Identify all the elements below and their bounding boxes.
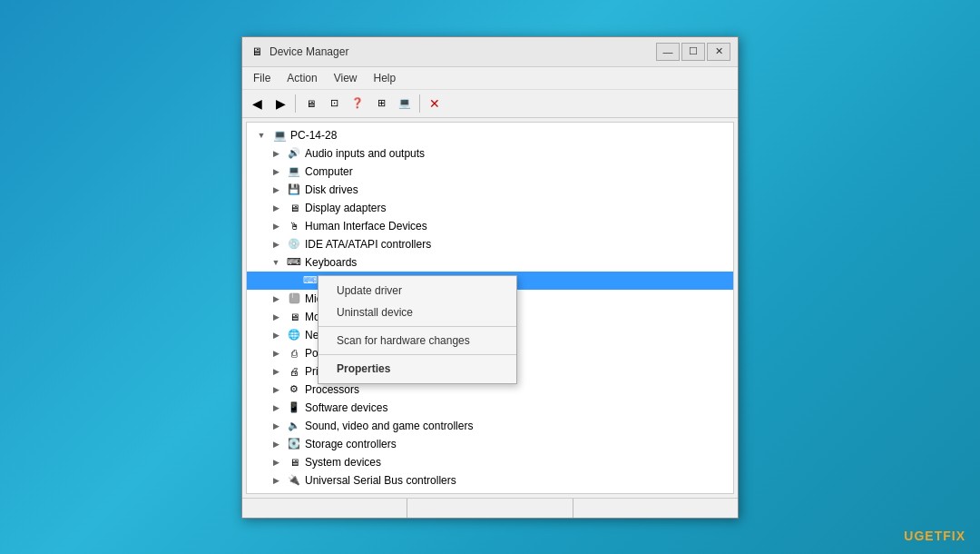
ide-expand: ▶ (269, 237, 283, 252)
tree-item-display[interactable]: ▶ 🖥 Display adapters (247, 199, 733, 217)
help-button[interactable]: ❓ (347, 93, 368, 114)
status-segment-1 (242, 499, 407, 518)
audio-expand: ▶ (269, 146, 283, 161)
minimize-button[interactable]: — (656, 43, 680, 61)
ctx-uninstall-device[interactable]: Uninstall device (318, 302, 516, 323)
monitors-expand: ▶ (269, 310, 283, 324)
usb-expand: ▶ (269, 473, 283, 488)
hid-keyboard-expand (285, 273, 299, 288)
back-button[interactable]: ◀ (246, 93, 268, 114)
tree-item-storage[interactable]: ▶ 💽 Storage controllers (247, 435, 733, 453)
tree-root[interactable]: ▼ 💻 PC-14-28 (247, 126, 733, 144)
audio-icon: 🔊 (287, 146, 301, 161)
processors-icon: ⚙ (287, 382, 301, 397)
tree-item-audio[interactable]: ▶ 🔊 Audio inputs and outputs (247, 144, 733, 163)
disk-expand: ▶ (269, 183, 283, 197)
svg-rect-1 (292, 293, 293, 298)
system-icon: 🖥 (287, 455, 301, 470)
ide-label: IDE ATA/ATAPI controllers (305, 238, 431, 251)
disk-icon: 💾 (287, 183, 301, 197)
storage-label: Storage controllers (305, 438, 397, 450)
properties-button[interactable]: 🖥 (299, 93, 321, 114)
tree-item-hid[interactable]: ▶ 🖱 Human Interface Devices (247, 217, 733, 235)
processors-label: Processors (305, 383, 359, 396)
svg-rect-0 (289, 293, 299, 303)
hid-keyboard-icon: ⌨ (303, 273, 318, 288)
storage-expand: ▶ (269, 437, 283, 451)
tree-item-ide[interactable]: ▶ 💿 IDE ATA/ATAPI controllers (247, 235, 733, 253)
menu-help[interactable]: Help (367, 69, 404, 87)
status-segment-2 (407, 499, 573, 518)
tree-item-keyboards[interactable]: ▼ ⌨ Keyboards (247, 253, 733, 272)
root-icon: 💻 (272, 128, 287, 143)
ctx-update-driver[interactable]: Update driver (318, 280, 516, 302)
watermark-accent: ET (925, 529, 943, 543)
toolbar-separator-1 (295, 94, 296, 113)
network-icon: 🌐 (287, 328, 301, 342)
ports-icon: ⎙ (287, 346, 301, 361)
scan-button[interactable]: ⊡ (323, 93, 345, 114)
computer-icon: 💻 (287, 164, 301, 179)
keyboards-icon: ⌨ (287, 255, 301, 270)
monitors-icon: 🖥 (287, 310, 301, 324)
ctx-separator-1 (318, 326, 516, 327)
menu-action[interactable]: Action (279, 69, 324, 87)
root-expand-icon: ▼ (254, 128, 269, 143)
tree-item-software[interactable]: ▶ 📱 Software devices (247, 399, 733, 417)
forward-button[interactable]: ▶ (270, 93, 291, 114)
ide-icon: 💿 (287, 237, 301, 252)
maximize-button[interactable]: ☐ (681, 43, 705, 61)
toolbar: ◀ ▶ 🖥 ⊡ ❓ ⊞ 💻 ✕ (242, 90, 738, 118)
status-segment-3 (573, 499, 738, 518)
window-icon: 🖥 (250, 45, 264, 59)
add-driver-button[interactable]: ⊞ (370, 93, 392, 114)
toolbar-separator-2 (419, 94, 420, 113)
tree-item-computer[interactable]: ▶ 💻 Computer (247, 163, 733, 181)
hid-expand: ▶ (269, 219, 283, 233)
display-label: Display adapters (305, 202, 386, 214)
monitor-button[interactable]: 💻 (394, 93, 416, 114)
mice-expand: ▶ (269, 292, 283, 306)
watermark-suffix: FIX (943, 529, 965, 543)
ctx-scan-hardware[interactable]: Scan for hardware changes (318, 330, 516, 351)
window-title: Device Manager (270, 45, 348, 58)
title-bar: 🖥 Device Manager — ☐ ✕ (242, 37, 738, 67)
tree-item-disk[interactable]: ▶ 💾 Disk drives (247, 181, 733, 199)
display-expand: ▶ (269, 201, 283, 215)
computer-expand: ▶ (269, 164, 283, 179)
hid-label: Human Interface Devices (305, 220, 427, 232)
print-expand: ▶ (269, 364, 283, 379)
uninstall-button[interactable]: ✕ (424, 93, 446, 114)
disk-label: Disk drives (305, 183, 358, 196)
hid-icon: 🖱 (287, 219, 301, 233)
computer-label: Computer (305, 165, 353, 178)
sound-label: Sound, video and game controllers (305, 420, 473, 432)
ports-expand: ▶ (269, 346, 283, 361)
software-icon: 📱 (287, 401, 301, 415)
root-label: PC-14-28 (290, 129, 337, 142)
title-buttons: — ☐ ✕ (656, 43, 730, 61)
storage-icon: 💽 (287, 437, 301, 451)
ctx-properties[interactable]: Properties (318, 358, 516, 380)
watermark: UGETFIX (904, 529, 965, 543)
keyboards-expand: ▼ (269, 255, 283, 270)
ctx-separator-2 (318, 354, 516, 355)
content-area: ▼ 💻 PC-14-28 ▶ 🔊 Audio inputs and output… (246, 122, 734, 494)
tree-item-system[interactable]: ▶ 🖥 System devices (247, 453, 733, 471)
tree-item-usb[interactable]: ▶ 🔌 Universal Serial Bus controllers (247, 471, 733, 490)
system-expand: ▶ (269, 455, 283, 470)
watermark-prefix: UG (904, 529, 925, 543)
device-manager-window: 🖥 Device Manager — ☐ ✕ File Action View … (241, 36, 739, 519)
software-label: Software devices (305, 401, 387, 414)
title-bar-left: 🖥 Device Manager (250, 45, 348, 59)
tree-item-sound[interactable]: ▶ 🔈 Sound, video and game controllers (247, 417, 733, 435)
close-button[interactable]: ✕ (707, 43, 730, 61)
menu-view[interactable]: View (327, 69, 365, 87)
software-expand: ▶ (269, 401, 283, 415)
audio-label: Audio inputs and outputs (305, 147, 425, 160)
keyboards-label: Keyboards (305, 256, 357, 269)
menu-file[interactable]: File (246, 69, 278, 87)
sound-expand: ▶ (269, 419, 283, 433)
sound-icon: 🔈 (287, 419, 301, 433)
display-icon: 🖥 (287, 201, 301, 215)
